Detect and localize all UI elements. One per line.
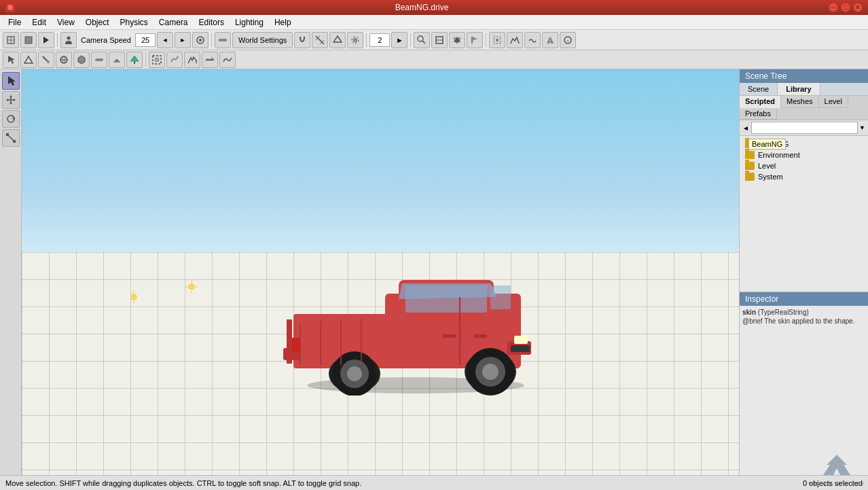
toolbar2-globe[interactable] — [56, 52, 72, 68]
toolbar2-flatten[interactable] — [202, 52, 218, 68]
toolbar-fit-icon[interactable] — [431, 32, 448, 48]
toolbar2-terrain2[interactable] — [184, 52, 200, 68]
toolbar2-erode[interactable] — [166, 52, 183, 68]
toolbar-icon-3[interactable] — [215, 32, 231, 48]
svg-marker-5 — [43, 37, 49, 43]
toolbar-grid-icon[interactable] — [312, 32, 328, 48]
menu-edit[interactable]: Edit — [26, 16, 52, 29]
toolbar-road-icon[interactable] — [542, 32, 558, 48]
svg-rect-40 — [153, 56, 161, 64]
camera-preview-button[interactable] — [192, 32, 209, 48]
svg-point-82 — [188, 283, 195, 290]
search-input[interactable] — [751, 122, 858, 134]
menu-editors[interactable]: Editors — [194, 16, 230, 29]
close-button[interactable]: ✕ — [853, 3, 863, 12]
folder-icon-level — [745, 162, 755, 170]
tree-content: BeamNG BeamNG Environment Level System — [740, 136, 868, 292]
menu-file[interactable]: File — [3, 16, 26, 29]
inspector-header: Inspector — [740, 292, 868, 306]
toolbar2-separator-1 — [145, 53, 146, 67]
tool-scale[interactable] — [2, 129, 20, 147]
tree-item-beamng[interactable]: BeamNG BeamNG — [742, 139, 865, 150]
tree-item-system-label: System — [758, 173, 783, 181]
menu-physics[interactable]: Physics — [115, 16, 153, 29]
svg-rect-53 — [13, 140, 16, 143]
snap-increase-button[interactable]: ► — [391, 32, 408, 48]
toolbar2-select-box[interactable] — [149, 52, 165, 68]
toolbar2-brush[interactable] — [38, 52, 54, 68]
camera-speed-input[interactable] — [135, 33, 156, 47]
svg-point-87 — [130, 294, 137, 300]
toolbar-icon-2[interactable] — [20, 32, 37, 48]
viewport-car — [280, 260, 551, 396]
folder-icon-beamng — [745, 140, 755, 148]
tool-select[interactable] — [2, 72, 20, 90]
tool-rotate[interactable] — [2, 110, 20, 128]
svg-rect-41 — [156, 58, 158, 61]
svg-point-8 — [199, 39, 202, 41]
toolbar2-hex[interactable] — [73, 52, 90, 68]
svg-rect-4 — [25, 37, 32, 43]
toolbar2-paint2[interactable] — [109, 52, 125, 68]
svg-rect-63 — [473, 334, 487, 338]
toolbar-zoom-icon[interactable] — [414, 32, 430, 48]
toolbar-water-icon[interactable] — [524, 32, 541, 48]
toolbar-secondary — [0, 50, 868, 69]
toolbar2-select[interactable] — [3, 52, 19, 68]
tab-scene[interactable]: Scene — [740, 83, 778, 95]
toolbar2-icon5[interactable] — [91, 52, 107, 68]
left-toolbar — [0, 69, 22, 475]
svg-point-17 — [352, 37, 359, 43]
toolbar-terrain-icon[interactable] — [507, 32, 523, 48]
toolbar-magnet-icon[interactable] — [294, 32, 310, 48]
toolbar-separator-2 — [211, 33, 212, 47]
maximize-button[interactable]: □ — [841, 3, 850, 12]
svg-rect-59 — [405, 285, 487, 313]
tree-item-level[interactable]: Level — [742, 160, 865, 171]
snap-value-input[interactable] — [369, 33, 390, 47]
svg-marker-47 — [6, 99, 8, 101]
tree-item-environment[interactable]: Environment — [742, 150, 865, 160]
menu-view[interactable]: View — [52, 16, 80, 29]
minimize-button[interactable]: ─ — [829, 3, 838, 12]
menu-camera[interactable]: Camera — [153, 16, 194, 29]
lib-tab-scripted[interactable]: Scripted — [740, 96, 781, 108]
svg-point-16 — [354, 39, 357, 41]
svg-marker-30 — [24, 56, 33, 63]
svg-point-6 — [67, 36, 71, 39]
toolbar-person-icon[interactable] — [60, 32, 77, 48]
speed-increase-button[interactable]: ► — [175, 32, 191, 48]
menu-object[interactable]: Object — [80, 16, 115, 29]
search-expand-icon[interactable]: ▼ — [859, 124, 865, 131]
statusbar-left-text: Move selection. SHIFT while dragging dup… — [5, 479, 361, 487]
toolbar-paint-icon[interactable] — [560, 32, 576, 48]
lib-tab-meshes[interactable]: Meshes — [781, 96, 819, 108]
toolbar-flag-icon[interactable] — [467, 32, 483, 48]
toolbar2-tree[interactable] — [126, 52, 143, 68]
viewport-3d[interactable] — [22, 69, 739, 475]
toolbar-transform-icon[interactable] — [329, 32, 346, 48]
toolbar-align-icon[interactable] — [449, 32, 465, 48]
lib-tab-level[interactable]: Level — [819, 96, 848, 108]
toolbar-select-region[interactable] — [489, 32, 505, 48]
toolbar2-triangle[interactable] — [20, 52, 37, 68]
search-prev-button[interactable]: ◄ — [742, 124, 749, 132]
toolbar-play-button[interactable] — [38, 32, 54, 48]
search-bar: ◄ ▼ — [740, 120, 868, 136]
svg-rect-60 — [490, 285, 511, 309]
tree-item-system[interactable]: System — [742, 171, 865, 182]
world-settings-button[interactable]: World Settings — [232, 32, 293, 48]
svg-rect-27 — [496, 39, 499, 41]
menu-lighting[interactable]: Lighting — [230, 16, 269, 29]
svg-marker-15 — [333, 36, 342, 42]
speed-decrease-button[interactable]: ◄ — [157, 32, 173, 48]
toolbar-icon-1[interactable] — [3, 32, 19, 48]
tree-item-beamng-label: BeamNG — [758, 140, 789, 148]
toolbar-rotate-icon[interactable] — [347, 32, 363, 48]
menu-help[interactable]: Help — [269, 16, 297, 29]
toolbar2-smooth[interactable] — [219, 52, 236, 68]
main-area: Scene Tree Scene Library Scripted Meshes… — [0, 69, 868, 475]
tab-library[interactable]: Library — [778, 83, 820, 95]
lib-tab-prefabs[interactable]: Prefabs — [740, 108, 777, 120]
tool-move[interactable] — [2, 91, 20, 109]
